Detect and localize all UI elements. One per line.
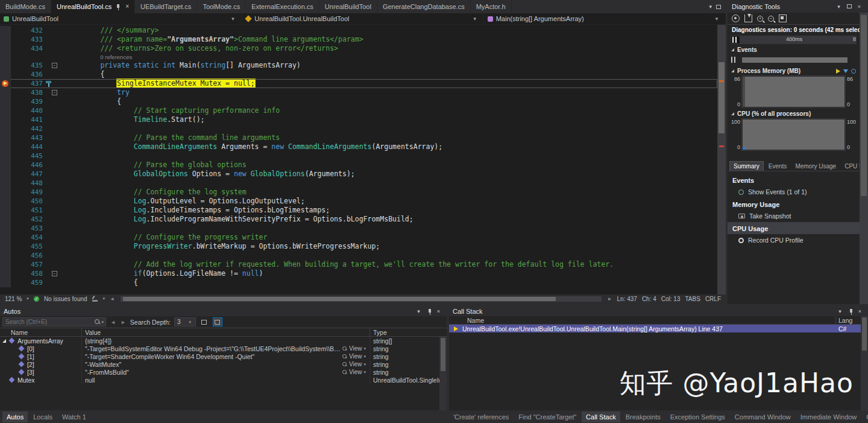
variable-row[interactable]: MutexnullUnrealBuildTool.SingleInsta... bbox=[0, 376, 439, 384]
panel-tab-autos[interactable]: Autos bbox=[2, 412, 28, 422]
chevron-down-icon[interactable]: ▾ bbox=[101, 320, 105, 325]
tab-overflow-chevron-icon[interactable]: ▾ bbox=[709, 4, 712, 10]
breakpoint-margin[interactable] bbox=[0, 124, 11, 133]
scrollbar-thumb[interactable] bbox=[862, 317, 867, 351]
codelens-text[interactable]: 0 references bbox=[59, 53, 717, 61]
variable-row[interactable]: [1]"-Target=ShaderCompileWorker Win64 De… bbox=[0, 352, 439, 360]
autos-titlebar[interactable]: Autos ▾ × bbox=[0, 307, 447, 316]
summary-action-take-snapshot[interactable]: Take Snapshot bbox=[728, 210, 860, 222]
gc-icon[interactable] bbox=[851, 69, 856, 74]
timeline-ruler[interactable]: 400ms 8 bbox=[731, 36, 857, 44]
fold-collapse-icon[interactable]: - bbox=[52, 271, 57, 276]
breakpoint-margin[interactable] bbox=[0, 70, 11, 79]
tab-unrealbuildtool[interactable]: UnrealBuildTool bbox=[319, 0, 377, 13]
code-line[interactable]: 453 bbox=[0, 224, 717, 233]
breakpoint-margin[interactable] bbox=[0, 215, 11, 224]
code-line[interactable]: 435- private static int Main(string[] Ar… bbox=[0, 61, 717, 70]
column-header-name[interactable]: Name bbox=[0, 328, 82, 336]
fold-gutter[interactable] bbox=[45, 142, 59, 151]
breakpoint-margin[interactable] bbox=[0, 44, 11, 53]
fold-gutter[interactable] bbox=[45, 224, 59, 233]
breakpoint-margin[interactable] bbox=[0, 242, 11, 251]
variable-value-cell[interactable]: "-Target=ShaderCompileWorker Win64 Devel… bbox=[82, 352, 370, 360]
scrollbar-thumb[interactable] bbox=[441, 338, 445, 371]
fold-gutter[interactable] bbox=[45, 197, 59, 206]
magnifier-icon[interactable] bbox=[342, 354, 347, 359]
cpu-chart[interactable]: 100 0 100 0 bbox=[728, 118, 860, 151]
value-view-controls[interactable]: View▾ bbox=[342, 361, 368, 367]
editor-vertical-scrollbar[interactable] bbox=[717, 25, 726, 294]
magnifier-icon[interactable] bbox=[342, 346, 347, 351]
view-button[interactable]: View bbox=[349, 353, 362, 360]
breakpoint-margin[interactable] bbox=[0, 35, 11, 44]
variable-row[interactable]: [0]"-Target=BuildSystemEditor Win64 Debu… bbox=[0, 345, 439, 352]
breadcrumb-member-dropdown[interactable]: Main(string[] ArgumentsArray) ▼ bbox=[484, 13, 726, 24]
value-view-controls[interactable]: View▾ bbox=[342, 345, 368, 352]
panel-tab-immediate-window[interactable]: Immediate Window bbox=[796, 412, 861, 422]
column-header-type[interactable]: Type bbox=[370, 329, 447, 336]
value-view-controls[interactable]: View▾ bbox=[342, 353, 368, 360]
fold-gutter[interactable] bbox=[45, 251, 59, 260]
fold-gutter[interactable] bbox=[45, 170, 59, 179]
variable-row[interactable]: ArgumentsArray{string[4]}string[] bbox=[0, 337, 439, 345]
eol-indicator[interactable]: CRLF bbox=[705, 296, 721, 302]
variable-name-cell[interactable]: [3] bbox=[0, 368, 82, 376]
autos-scrollbar[interactable] bbox=[439, 337, 447, 410]
memory-plot[interactable] bbox=[741, 75, 846, 108]
breakpoint-margin[interactable] bbox=[0, 133, 11, 142]
search-prev-icon[interactable]: ◄ bbox=[110, 319, 116, 325]
diag-tab-summary[interactable]: Summary bbox=[729, 161, 764, 171]
breakpoint-margin[interactable] bbox=[0, 251, 11, 260]
tab-generateclangdatabase-cs[interactable]: GenerateClangDatabase.cs bbox=[377, 0, 471, 13]
call-stack-scrollbar[interactable] bbox=[861, 316, 868, 410]
diag-tab-memory-usage[interactable]: Memory Usage bbox=[791, 162, 840, 171]
fold-gutter[interactable] bbox=[45, 215, 59, 224]
scrollbar-thumb[interactable] bbox=[719, 62, 725, 133]
collapse-arrow-icon[interactable] bbox=[731, 112, 734, 115]
tabs-indicator[interactable]: TABS bbox=[685, 296, 700, 302]
code-cleanup-broom-icon[interactable] bbox=[92, 296, 98, 302]
memory-section-header[interactable]: Process Memory (MB) bbox=[728, 67, 860, 75]
panel-tab-find-createtarget[interactable]: Find "CreateTarget" bbox=[514, 412, 580, 422]
breakpoint-margin[interactable] bbox=[0, 79, 11, 88]
breakpoint-margin[interactable] bbox=[0, 115, 11, 124]
panel-tab-exception-settings[interactable]: Exception Settings bbox=[666, 412, 729, 422]
code-line[interactable]: 447 GlobalOptions Options = new GlobalOp… bbox=[0, 170, 717, 179]
code-area[interactable]: 432 /// </summary>433 /// <param name="A… bbox=[0, 25, 717, 294]
breakpoint-margin[interactable] bbox=[0, 260, 11, 269]
tab-unrealbuildtool-cs[interactable]: UnrealBuildTool.cs× bbox=[51, 0, 135, 13]
tab-uebuildtarget-cs[interactable]: UEBuildTarget.cs bbox=[135, 0, 197, 13]
fold-gutter[interactable]: - bbox=[45, 269, 59, 278]
issues-status[interactable]: No issues found bbox=[44, 296, 87, 302]
code-line[interactable]: 444 CommandLineArguments Arguments = new… bbox=[0, 142, 717, 151]
fold-gutter[interactable] bbox=[45, 124, 59, 133]
filter-icon[interactable] bbox=[843, 69, 848, 73]
scroll-right-arrow-icon[interactable]: ► bbox=[608, 296, 612, 302]
events-track[interactable] bbox=[728, 54, 860, 66]
cpu-section-header[interactable]: CPU (% of all processors) bbox=[728, 110, 860, 118]
chevron-down-icon[interactable]: ▾ bbox=[363, 346, 368, 351]
scrollbar-thumb[interactable] bbox=[123, 297, 556, 301]
scroll-left-arrow-icon[interactable]: ◄ bbox=[110, 296, 115, 302]
tab-buildmode-cs[interactable]: BuildMode.cs bbox=[0, 0, 51, 13]
zoom-level[interactable]: 121 % bbox=[5, 296, 22, 302]
code-line[interactable]: 454 // Configure the progress writer bbox=[0, 233, 717, 242]
diag-scrollbar[interactable] bbox=[860, 13, 868, 304]
breakpoint-margin[interactable] bbox=[0, 269, 11, 278]
export-icon[interactable] bbox=[744, 14, 752, 22]
panel-tab-create-references[interactable]: 'Create' references bbox=[449, 412, 513, 422]
view-button[interactable]: View bbox=[349, 345, 362, 352]
window-position-icon[interactable] bbox=[844, 4, 854, 8]
reset-view-icon[interactable] bbox=[779, 14, 787, 22]
tab-toolmode-cs[interactable]: ToolMode.cs bbox=[197, 0, 246, 13]
marker-flag-icon[interactable] bbox=[836, 69, 840, 74]
breakpoint-margin[interactable] bbox=[0, 233, 11, 242]
diagnostic-tools-titlebar[interactable]: Diagnostic Tools ▾ × bbox=[728, 0, 868, 13]
fold-gutter[interactable] bbox=[45, 242, 59, 251]
chevron-down-icon[interactable]: ▾ bbox=[414, 308, 423, 314]
pin-properties-icon[interactable] bbox=[200, 317, 209, 326]
breakpoint-margin[interactable] bbox=[0, 88, 11, 97]
chevron-down-icon[interactable]: ▾ bbox=[103, 296, 105, 301]
summary-action-record-cpu-profile[interactable]: Record CPU Profile bbox=[728, 234, 860, 246]
variable-row[interactable]: [2]"-WaitMutex"View▾string bbox=[0, 360, 439, 368]
